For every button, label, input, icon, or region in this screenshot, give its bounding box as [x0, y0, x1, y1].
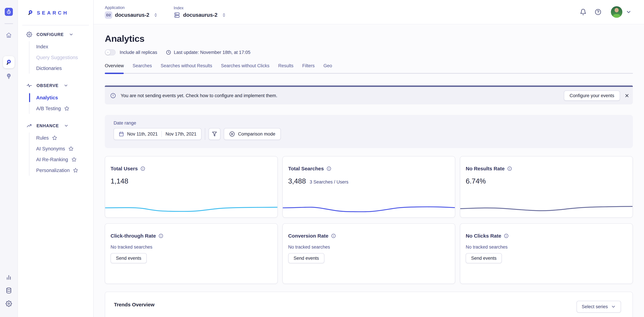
home-nav-button[interactable]: [6, 32, 12, 38]
sidebar-section-observe[interactable]: OBSERVE: [26, 82, 93, 88]
toggle-label: Include all replicas: [120, 50, 157, 55]
no-results-rate-sparkline: [460, 201, 632, 214]
comparison-mode-button[interactable]: Comparison mode: [224, 128, 281, 140]
tab-geo[interactable]: Geo: [323, 63, 332, 68]
metric-card-total-searches: Total Searches 3,4883 Searches / Users: [282, 156, 455, 218]
content: Analytics × Include all replicas Last up…: [94, 24, 644, 317]
tab-results[interactable]: Results: [278, 63, 294, 68]
trends-overview-card: Trends Overview Select series: [105, 292, 633, 317]
play-circle-icon: [229, 131, 235, 137]
sidebar-item-query-suggestions[interactable]: Query Suggestions: [36, 52, 93, 63]
toggle-knob: ×: [106, 50, 110, 55]
application-badge: D2: [105, 11, 112, 19]
banner-close-button[interactable]: [624, 93, 630, 98]
date-range-label: Date range: [114, 120, 624, 126]
stopwatch-icon: [6, 9, 11, 14]
page-title: Analytics: [105, 33, 633, 44]
sidebar-item-personalization[interactable]: Personalization: [36, 165, 93, 176]
bell-icon: [580, 8, 586, 16]
application-selector[interactable]: Application D2 docusaurus-2: [105, 5, 158, 19]
metric-cards-row: Total Users 1,148 Total Searches 3,4883 …: [105, 156, 633, 218]
sidebar-item-analytics[interactable]: Analytics: [36, 92, 93, 103]
tab-filters[interactable]: Filters: [302, 63, 315, 68]
sidebar-item-dictionaries[interactable]: Dictionaries: [36, 63, 93, 74]
section-label: OBSERVE: [36, 83, 58, 88]
send-events-button[interactable]: Send events: [466, 253, 502, 263]
search-product-button[interactable]: [3, 56, 14, 68]
star-icon: [73, 168, 78, 173]
info-icon[interactable]: [140, 166, 145, 171]
banner-text: You are not sending events yet. Check ho…: [121, 93, 278, 98]
send-events-button[interactable]: Send events: [110, 253, 147, 263]
bar-chart-icon: [6, 274, 12, 280]
date-range-panel: Date range Nov 11th, 2021 Nov 17th, 2021: [105, 115, 633, 148]
chevron-down-icon: [69, 32, 74, 37]
sidebar-item-index[interactable]: Index: [36, 41, 93, 52]
section-label: ENHANCE: [36, 123, 59, 128]
tab-searches-without-clicks[interactable]: Searches without Clicks: [221, 63, 270, 68]
product-rail: [0, 0, 18, 317]
rail-divider: [4, 23, 13, 24]
star-icon: [52, 135, 57, 140]
toolbar-divider: [205, 128, 205, 140]
user-menu-chevron[interactable]: [626, 9, 632, 15]
section-observe: OBSERVE Analytics A/B Testing: [26, 82, 93, 114]
recommend-product-button[interactable]: [6, 73, 12, 80]
select-arrows-icon: [153, 13, 158, 18]
lightbulb-icon: [6, 73, 12, 80]
help-button[interactable]: [595, 8, 602, 16]
clock-icon: [166, 50, 171, 55]
tab-overview[interactable]: Overview: [105, 63, 124, 68]
close-icon: [624, 93, 630, 98]
date-range-button[interactable]: Nov 11th, 2021 Nov 17th, 2021: [114, 128, 202, 140]
sidebar-item-ai-re-ranking[interactable]: AI Re-Ranking: [36, 154, 93, 165]
send-events-button[interactable]: Send events: [288, 253, 324, 263]
usage-nav-button[interactable]: [6, 274, 12, 280]
star-icon: [72, 157, 76, 162]
index-selector[interactable]: Index docusaurus-2: [174, 6, 226, 18]
filter-button[interactable]: [208, 128, 220, 140]
notifications-button[interactable]: [580, 8, 586, 16]
info-icon[interactable]: [158, 234, 163, 238]
empty-cards-row: Click-through Rate No tracked searches S…: [105, 224, 633, 284]
tabs-underline: [105, 73, 633, 74]
metric-card-no-clicks-rate: No Clicks Rate No tracked searches Send …: [460, 224, 633, 284]
settings-nav-button[interactable]: [6, 300, 12, 307]
avatar[interactable]: [611, 6, 622, 18]
sidebar-item-ai-synonyms[interactable]: AI Synonyms: [36, 143, 93, 154]
configure-events-button[interactable]: Configure your events: [564, 90, 620, 101]
trending-up-icon: [26, 123, 32, 128]
app-root: SEARCH CONFIGURE Index Query Suggestions…: [0, 0, 644, 317]
info-icon[interactable]: [326, 166, 331, 171]
section-enhance: ENHANCE Rules AI Synonyms AI Re-Ranking …: [26, 123, 93, 176]
info-icon[interactable]: [504, 234, 508, 238]
chevron-down-icon: [64, 83, 68, 88]
sidebar: SEARCH CONFIGURE Index Query Suggestions…: [18, 0, 94, 317]
star-icon: [64, 106, 69, 111]
funnel-icon: [212, 131, 217, 137]
include-replicas-toggle[interactable]: ×: [105, 49, 116, 56]
select-series-button[interactable]: Select series: [576, 301, 621, 312]
gear-icon: [26, 32, 32, 37]
sidebar-item-ab-testing[interactable]: A/B Testing: [36, 103, 93, 114]
total-searches-sparkline: [283, 201, 455, 214]
chevron-down-icon: [626, 9, 632, 15]
date-separator: [162, 131, 162, 137]
sidebar-item-rules[interactable]: Rules: [36, 132, 93, 143]
chevron-down-icon: [611, 304, 616, 309]
sidebar-section-configure[interactable]: CONFIGURE: [26, 32, 93, 38]
chevron-down-icon: [64, 123, 69, 128]
info-icon[interactable]: [507, 166, 512, 171]
sidebar-section-enhance[interactable]: ENHANCE: [26, 123, 93, 129]
metric-card-no-results-rate: No Results Rate 6.74%: [460, 156, 633, 218]
info-icon[interactable]: [331, 234, 336, 238]
index-icon: [174, 12, 180, 18]
tab-searches-without-results[interactable]: Searches without Results: [161, 63, 212, 68]
logo-text: SEARCH: [37, 10, 69, 16]
select-arrows-icon: [222, 13, 226, 18]
tab-searches[interactable]: Searches: [133, 63, 152, 68]
algolia-search-logo[interactable]: SEARCH: [18, 0, 93, 16]
metric-card-conversion-rate: Conversion Rate No tracked searches Send…: [282, 224, 455, 284]
data-nav-button[interactable]: [6, 287, 12, 294]
trial-timer-button[interactable]: [5, 8, 13, 16]
